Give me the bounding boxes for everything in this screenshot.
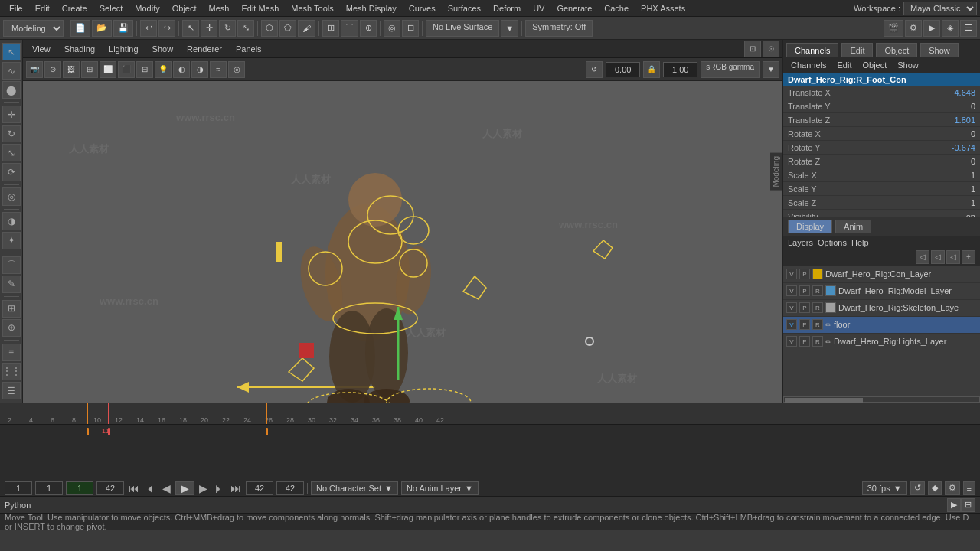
layer-p-2[interactable]: P <box>799 302 810 313</box>
outliner-btn[interactable]: ☰ <box>960 20 977 37</box>
layer-v-4[interactable]: V <box>786 336 797 347</box>
render-settings-btn[interactable]: ⚙ <box>905 20 922 37</box>
live-surface-dropdown[interactable]: ▼ <box>501 20 518 37</box>
layer-p-4[interactable]: P <box>799 336 810 347</box>
timeline-ruler[interactable]: 2 4 6 8 10 12 14 16 18 20 22 24 26 28 30… <box>0 403 980 425</box>
snap-point-btn[interactable]: ⊕ <box>360 20 377 37</box>
vp-menu-shading[interactable]: Shading <box>58 43 101 55</box>
layer-icon-2[interactable]: ◁ <box>931 250 945 264</box>
save-file-btn[interactable]: 💾 <box>113 20 133 37</box>
layer-r-2[interactable]: R <box>812 302 823 313</box>
focal-btn[interactable]: ⊙ <box>44 61 61 78</box>
menu-cache[interactable]: Cache <box>598 2 635 15</box>
rotate-btn[interactable]: ↻ <box>219 20 236 37</box>
shaded-btn[interactable]: ⬛ <box>118 61 135 78</box>
timeline-content[interactable] <box>0 425 980 480</box>
wire-btn[interactable]: ⊟ <box>402 20 419 37</box>
scale-btn[interactable]: ⤡ <box>237 20 254 37</box>
attr-visibility[interactable]: Visibility on <box>783 210 980 217</box>
layer-row-4[interactable]: V P R ✏ Dwarf_Hero_Rig:Lights_Layer <box>783 334 980 350</box>
menu-file[interactable]: File <box>3 2 29 15</box>
layer-row-2[interactable]: V P R Dwarf_Hero_Rig:Skeleton_Laye <box>783 300 980 317</box>
hypershade-btn[interactable]: ◈ <box>942 20 959 37</box>
vp-menu-renderer[interactable]: Renderer <box>181 43 228 55</box>
rotate-mode-btn[interactable]: ↻ <box>2 125 21 142</box>
tab-display[interactable]: Display <box>788 220 832 233</box>
wireframe-btn[interactable]: ⬜ <box>100 61 116 78</box>
next-key-btn[interactable]: ⏵ <box>212 482 226 494</box>
snap-point-lt-btn[interactable]: ⊕ <box>2 319 21 337</box>
refresh-btn[interactable]: ↺ <box>586 61 603 78</box>
no-anim-layer-btn[interactable]: No Anim Layer ▼ <box>401 481 479 495</box>
layer-r-3[interactable]: R <box>812 319 823 330</box>
dof-btn[interactable]: ◎ <box>228 61 245 78</box>
layer-v-2[interactable]: V <box>786 302 797 313</box>
new-file-btn[interactable]: 📄 <box>70 20 90 37</box>
layer-icon-1[interactable]: ◁ <box>916 250 929 264</box>
tab-show[interactable]: Show <box>920 43 959 57</box>
layer-v-3[interactable]: V <box>786 319 797 330</box>
bb-end-frame[interactable]: 42 <box>276 481 304 495</box>
tab-edit[interactable]: Edit <box>841 43 873 57</box>
light-toggle-btn[interactable]: 💡 <box>155 61 172 78</box>
menu-create[interactable]: Create <box>56 2 93 15</box>
curve-btn[interactable]: ⌒ <box>2 256 21 274</box>
menu-object[interactable]: Object <box>166 2 203 15</box>
camera-value1[interactable] <box>606 62 640 77</box>
color-space-btn[interactable]: sRGB gamma <box>701 61 760 78</box>
lasso-mode-btn[interactable]: ∿ <box>2 62 21 80</box>
bb-start-frame[interactable]: 1 <box>5 481 32 495</box>
python-run-btn[interactable]: ▶ <box>947 498 961 512</box>
lasso-btn[interactable]: ⬠ <box>279 20 296 37</box>
ch-channels[interactable]: Channels <box>788 59 829 71</box>
camera-select-btn[interactable]: 📷 <box>26 61 43 78</box>
vp-menu-view[interactable]: View <box>26 43 57 55</box>
color-space-dropdown[interactable]: ▼ <box>763 61 779 78</box>
attr-translate-y[interactable]: Translate Y 0 <box>783 99 980 113</box>
attr-scale-z[interactable]: Scale Z 1 <box>783 196 980 210</box>
menu-uv[interactable]: UV <box>527 2 550 15</box>
attr-translate-x[interactable]: Translate X 4.648 <box>783 86 980 99</box>
bb-current-low[interactable]: 1 <box>35 481 63 495</box>
right-panel-scrollbar[interactable] <box>783 396 980 403</box>
attr-rotate-y[interactable]: Rotate Y -0.674 <box>783 141 980 155</box>
layer-p-3[interactable]: P <box>799 319 810 330</box>
undo-btn[interactable]: ↩ <box>140 20 157 37</box>
camera-value2[interactable] <box>663 62 697 77</box>
shadow-btn[interactable]: ◐ <box>173 61 190 78</box>
layer-p-1[interactable]: P <box>799 285 810 296</box>
move-mode-btn[interactable]: ✛ <box>2 106 21 123</box>
paint-select-btn[interactable]: ⬤ <box>2 81 21 99</box>
menu-deform[interactable]: Deform <box>487 2 527 15</box>
soft-select-btn[interactable]: ◑ <box>2 212 21 230</box>
layer-icon-3[interactable]: ◁ <box>946 250 960 264</box>
skip-fwd-btn[interactable]: ⏭ <box>229 482 243 494</box>
layer-menu-options[interactable]: Options <box>818 238 847 247</box>
ch-show[interactable]: Show <box>894 59 922 71</box>
menu-curves[interactable]: Curves <box>403 2 442 15</box>
ao-btn[interactable]: ◑ <box>191 61 208 78</box>
attr-scale-x[interactable]: Scale X 1 <box>783 168 980 182</box>
snap-grid-btn[interactable]: ⊞ <box>322 20 339 37</box>
layer-r-1[interactable]: R <box>812 285 823 296</box>
move-btn[interactable]: ✛ <box>201 20 217 37</box>
batch-render-btn[interactable]: ▶ <box>923 20 940 37</box>
motion-blur-btn[interactable]: ≈ <box>210 61 227 78</box>
tab-object[interactable]: Object <box>876 43 917 57</box>
vp-menu-show[interactable]: Show <box>146 43 180 55</box>
fps-btn[interactable]: 30 fps ▼ <box>862 481 907 495</box>
menu-mesh-display[interactable]: Mesh Display <box>340 2 403 15</box>
snap-curve-btn[interactable]: ⌒ <box>341 20 358 37</box>
menu-mesh[interactable]: Mesh <box>203 2 236 15</box>
outliner-lt-btn[interactable]: ⋮⋮ <box>2 363 21 380</box>
layer-row-3[interactable]: V P R ✏ floor <box>783 317 980 334</box>
timeline-settings-btn[interactable]: ≡ <box>963 481 975 495</box>
snap-grid-lt-btn[interactable]: ⊞ <box>2 300 21 318</box>
last-tool-btn[interactable]: ⟳ <box>2 163 21 181</box>
menu-surfaces[interactable]: Surfaces <box>442 2 487 15</box>
vp-snap-persp-btn[interactable]: ⊙ <box>763 41 779 57</box>
no-character-set-btn[interactable]: No Character Set ▼ <box>311 481 398 495</box>
ch-edit[interactable]: Edit <box>834 59 854 71</box>
scale-mode-btn[interactable]: ⤡ <box>2 144 21 161</box>
layer-icon-4[interactable]: + <box>962 250 975 264</box>
